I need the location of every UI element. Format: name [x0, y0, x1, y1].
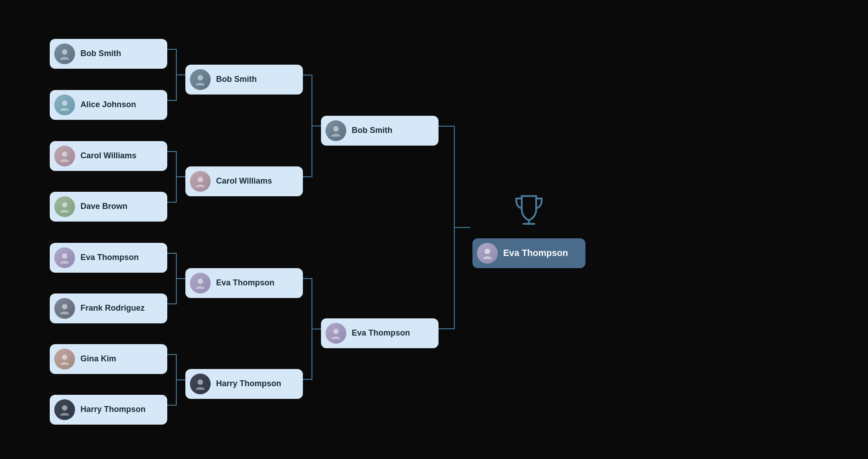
winner-column: Eva Thompson	[470, 26, 588, 433]
winner-name: Eva Thompson	[503, 248, 568, 258]
svg-point-4	[62, 253, 67, 259]
svg-point-3	[62, 202, 67, 208]
player-avatar	[190, 171, 211, 192]
player-name: Frank Rodriguez	[80, 303, 145, 313]
player-card: Harry Thompson	[185, 369, 303, 399]
svg-point-8	[198, 75, 203, 80]
round-1: Bob Smith Alice Johnson Carol Williams D…	[50, 26, 172, 433]
player-card: Gina Kim	[50, 344, 167, 374]
player-name: Bob Smith	[216, 75, 257, 84]
player-card: Eva Thompson	[185, 268, 303, 298]
svg-point-10	[198, 279, 203, 284]
player-card: Eva Thompson	[50, 243, 167, 273]
player-avatar	[54, 146, 75, 166]
svg-point-1	[62, 100, 67, 106]
player-name: Bob Smith	[80, 49, 121, 58]
svg-point-0	[62, 49, 67, 55]
player-card: Eva Thompson	[321, 318, 439, 348]
player-avatar	[326, 120, 346, 141]
player-avatar	[190, 69, 211, 90]
player-card: Carol Williams	[50, 141, 167, 171]
svg-point-7	[62, 405, 67, 411]
player-avatar	[190, 273, 211, 293]
winner-avatar	[477, 243, 498, 264]
player-avatar	[54, 349, 75, 369]
svg-point-6	[62, 355, 67, 360]
svg-point-9	[198, 177, 203, 182]
player-name: Dave Brown	[80, 202, 127, 211]
player-card: Carol Williams	[185, 166, 303, 196]
svg-point-13	[333, 329, 339, 334]
player-name: Bob Smith	[352, 126, 392, 135]
player-name: Carol Williams	[80, 151, 137, 161]
svg-point-16	[485, 249, 490, 254]
player-name: Eva Thompson	[80, 253, 139, 262]
round-3: Bob Smith Eva Thompson	[321, 26, 443, 433]
player-avatar	[54, 298, 75, 319]
player-card: Harry Thompson	[50, 395, 167, 425]
player-card: Dave Brown	[50, 192, 167, 222]
player-card: Bob Smith	[321, 116, 439, 146]
svg-point-11	[198, 379, 203, 385]
player-card: Bob Smith	[50, 39, 167, 69]
player-avatar	[54, 43, 75, 64]
round-2: Bob Smith Carol Williams Eva Thompson Ha…	[185, 26, 307, 433]
trophy-icon	[511, 191, 547, 229]
player-avatar	[326, 323, 346, 344]
player-avatar	[54, 247, 75, 268]
player-avatar	[54, 196, 75, 217]
player-name: Eva Thompson	[216, 278, 274, 288]
bracket-container: Bob Smith Alice Johnson Carol Williams D…	[50, 22, 818, 438]
winner-card: Eva Thompson	[472, 238, 585, 268]
player-avatar	[54, 399, 75, 420]
player-name: Eva Thompson	[352, 328, 410, 338]
player-card: Frank Rodriguez	[50, 293, 167, 323]
player-avatar	[54, 95, 75, 115]
player-avatar	[190, 374, 211, 394]
svg-point-2	[62, 151, 67, 157]
player-card: Bob Smith	[185, 65, 303, 95]
player-name: Alice Johnson	[80, 100, 136, 109]
svg-point-12	[333, 126, 339, 132]
player-name: Carol Williams	[216, 176, 272, 186]
player-name: Gina Kim	[80, 354, 116, 364]
player-name: Harry Thompson	[80, 405, 146, 414]
player-card: Alice Johnson	[50, 90, 167, 120]
svg-point-5	[62, 304, 67, 309]
player-name: Harry Thompson	[216, 379, 281, 388]
